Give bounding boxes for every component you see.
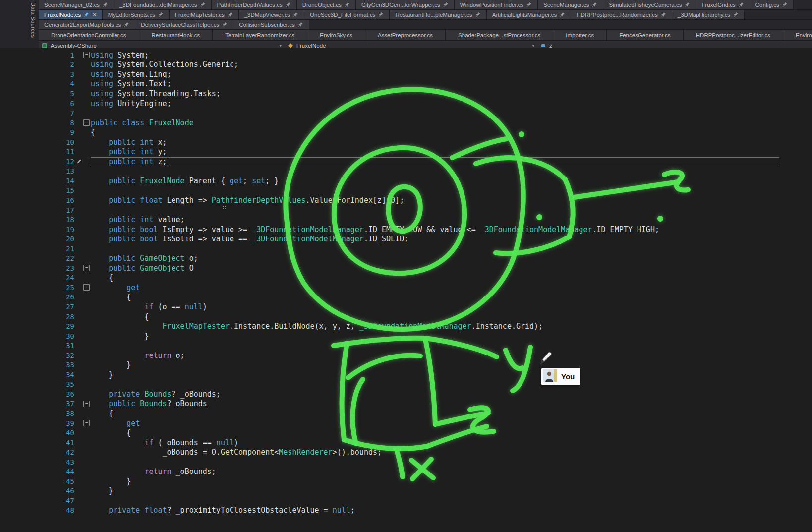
- editor-tab[interactable]: CityGen3DGen...torWrapper.cs: [356, 0, 455, 9]
- editor-tab[interactable]: TerrainLayerRandomizer.cs: [213, 30, 307, 40]
- code-line-25[interactable]: 25− get: [0, 283, 812, 293]
- code-text[interactable]: }: [91, 360, 779, 369]
- pin-icon[interactable]: [228, 12, 233, 17]
- code-line-39[interactable]: 39− get: [0, 418, 812, 428]
- fold-collapse-icon[interactable]: −: [83, 420, 90, 426]
- pin-icon[interactable]: [733, 12, 739, 17]
- code-line-26[interactable]: 26 {: [0, 293, 812, 302]
- pin-icon[interactable]: [685, 2, 690, 7]
- code-text[interactable]: public float Length => PathfinderDepthVa…: [91, 196, 779, 205]
- code-line-35[interactable]: 35: [0, 380, 812, 390]
- code-text[interactable]: using System.Threading.Tasks;: [91, 89, 779, 98]
- code-text[interactable]: return o;: [91, 351, 779, 360]
- code-line-46[interactable]: 46 }: [0, 486, 812, 496]
- code-text[interactable]: using System;: [91, 51, 779, 59]
- code-line-33[interactable]: 33 }: [0, 360, 812, 370]
- pin-icon[interactable]: [84, 12, 89, 17]
- pin-icon[interactable]: [286, 2, 291, 7]
- code-text[interactable]: if (o == null): [91, 302, 779, 311]
- code-line-4[interactable]: 4using System.Text;: [0, 79, 812, 89]
- pin-icon[interactable]: [592, 2, 597, 7]
- code-line-29[interactable]: 29 FruxelMapTester.Instance.BuildNode(x,…: [0, 321, 812, 331]
- editor-tab[interactable]: DroneObject.cs: [297, 0, 356, 9]
- editor-tab[interactable]: RestaurantHook.cs: [139, 30, 213, 40]
- editor-tab[interactable]: FencesGenerator.cs: [607, 30, 684, 40]
- fold-collapse-icon[interactable]: −: [83, 284, 90, 291]
- editor-tab[interactable]: _3DFoundatio...delManager.cs: [114, 0, 212, 9]
- code-text[interactable]: {: [91, 293, 779, 301]
- editor-tab[interactable]: AssetPreprocessor.cs: [365, 30, 446, 40]
- pin-icon[interactable]: [739, 2, 744, 7]
- code-line-10[interactable]: 10 public int x;: [0, 137, 812, 147]
- code-text[interactable]: public GameObject o;: [91, 254, 779, 263]
- code-line-43[interactable]: 43: [0, 457, 812, 467]
- code-text[interactable]: using System.Collections.Generic;: [91, 60, 779, 69]
- code-line-23[interactable]: 23− public GameObject O: [0, 263, 812, 273]
- code-line-44[interactable]: 44 return _oBounds;: [0, 467, 812, 477]
- code-text[interactable]: }: [91, 486, 779, 495]
- code-line-11[interactable]: 11 public int y;: [0, 147, 812, 157]
- editor-tab[interactable]: EnviroSkyMgr.cs: [783, 30, 812, 40]
- pin-icon[interactable]: [293, 12, 298, 17]
- code-line-9[interactable]: 9{: [0, 127, 812, 137]
- code-line-27[interactable]: 27 if (o == null): [0, 302, 812, 312]
- code-text[interactable]: {: [91, 409, 779, 418]
- code-text[interactable]: private float? _proximityToClosestObstac…: [91, 506, 779, 515]
- editor-tab[interactable]: ArtificialLightsManager.cs: [487, 10, 571, 19]
- editor-tab[interactable]: SceneManager_02.cs: [39, 0, 114, 9]
- code-line-37[interactable]: 37− public Bounds? oBounds: [0, 399, 812, 409]
- code-line-5[interactable]: 5using System.Threading.Tasks;: [0, 89, 812, 99]
- code-text[interactable]: public Bounds? oBounds: [91, 399, 779, 408]
- fold-collapse-icon[interactable]: −: [83, 52, 90, 58]
- code-line-36[interactable]: 36 private Bounds? _oBounds;: [0, 389, 812, 399]
- fold-collapse-icon[interactable]: −: [83, 119, 90, 126]
- pin-icon[interactable]: [222, 22, 228, 27]
- editor-tab[interactable]: MyEditorScripts.cs: [103, 10, 170, 19]
- code-line-42[interactable]: 42 _oBounds = O.GetComponent<MeshRendere…: [0, 447, 812, 457]
- pin-icon[interactable]: [475, 12, 481, 17]
- code-line-3[interactable]: 3using System.Linq;: [0, 69, 812, 79]
- code-line-1[interactable]: 1−using System;: [0, 50, 812, 60]
- code-text[interactable]: public int z;: [91, 157, 779, 166]
- code-area[interactable]: 1−using System;2using System.Collections…: [0, 48, 812, 532]
- pin-icon[interactable]: [103, 2, 108, 7]
- code-line-32[interactable]: 32 return o;: [0, 351, 812, 360]
- code-text[interactable]: {: [91, 428, 779, 437]
- code-text[interactable]: private Bounds? _oBounds;: [91, 390, 779, 399]
- pin-icon[interactable]: [443, 2, 449, 7]
- code-text[interactable]: public GameObject O: [91, 264, 779, 273]
- pin-icon[interactable]: [345, 2, 350, 7]
- editor-tab[interactable]: RestaurantHo...pleManager.cs: [390, 10, 486, 19]
- code-text[interactable]: public bool IsEmpty => value >= _3DFound…: [91, 225, 779, 234]
- editor-tab[interactable]: HDRPPostproc...izerEditor.cs: [684, 30, 783, 40]
- code-text[interactable]: }: [91, 477, 779, 486]
- editor-tab[interactable]: WindowPositionFinder.cs: [455, 0, 538, 9]
- pin-icon[interactable]: [298, 22, 303, 27]
- code-line-2[interactable]: 2using System.Collections.Generic;: [0, 60, 812, 70]
- editor-tab[interactable]: FruxelGrid.cs: [696, 0, 750, 9]
- code-text[interactable]: return _oBounds;: [91, 467, 779, 476]
- code-text[interactable]: public int value;: [91, 215, 779, 224]
- editor-tab[interactable]: SceneManager.cs: [538, 0, 603, 9]
- editor-tab[interactable]: _3DMapHierarchy.cs: [672, 10, 745, 19]
- editor-tab[interactable]: EnviroSky.cs: [307, 30, 365, 40]
- code-text[interactable]: {: [91, 128, 779, 137]
- editor-tab[interactable]: SimulatedFisheyeCamera.cs: [603, 0, 696, 9]
- editor-tab[interactable]: PathfinderDepthValues.cs: [212, 0, 297, 9]
- pin-icon[interactable]: [560, 12, 565, 17]
- code-line-47[interactable]: 47: [0, 496, 812, 506]
- code-text[interactable]: get: [91, 419, 779, 428]
- editor-tab[interactable]: DeliverySurfaceClassHelper.cs: [135, 20, 233, 29]
- code-line-12[interactable]: 12 public int z;: [0, 157, 812, 167]
- code-text[interactable]: public FruxelNode Parent { get; set; }: [91, 177, 779, 185]
- editor-tab-active[interactable]: FruxelNode.cs ×: [39, 10, 103, 19]
- code-line-21[interactable]: 21: [0, 244, 812, 254]
- editor-tab[interactable]: Importer.cs: [553, 30, 607, 40]
- editor-tab[interactable]: HDRPPostproc...Randomizer.cs: [571, 10, 672, 19]
- code-line-40[interactable]: 40 {: [0, 428, 812, 438]
- editor-tab[interactable]: ShaderPackage...stProcessor.cs: [446, 30, 553, 40]
- code-line-20[interactable]: 20 public bool IsSolid => value == _3DFo…: [0, 234, 812, 244]
- code-text[interactable]: public class FruxelNode: [91, 118, 779, 127]
- code-line-8[interactable]: 8−public class FruxelNode: [0, 118, 812, 128]
- code-line-6[interactable]: 6using UnityEngine;: [0, 99, 812, 109]
